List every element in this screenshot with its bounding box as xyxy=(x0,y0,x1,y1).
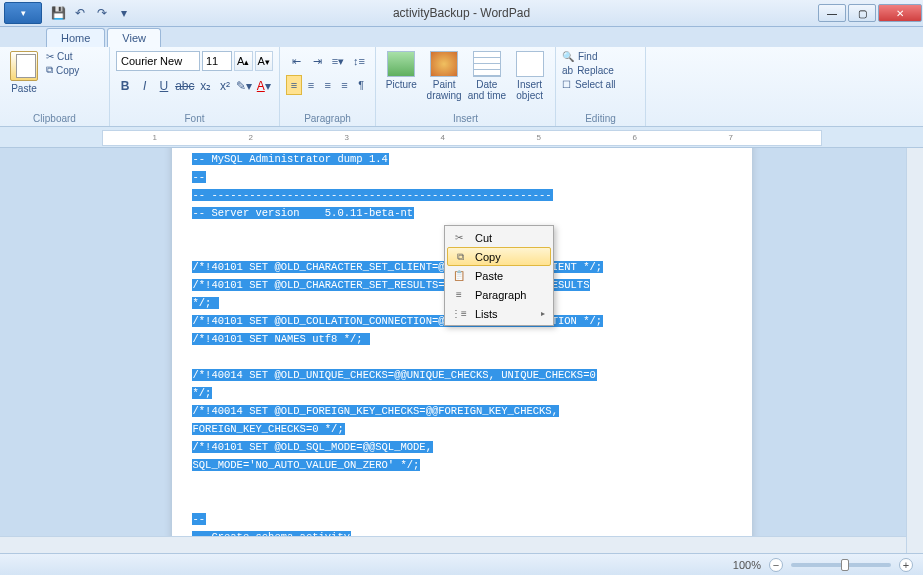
subscript-button[interactable]: x₂ xyxy=(196,75,214,97)
paint-drawing-button[interactable]: Paint drawing xyxy=(425,51,464,101)
font-name-input[interactable] xyxy=(116,51,200,71)
code-line[interactable]: FOREIGN_KEY_CHECKS=0 */; xyxy=(192,418,732,436)
underline-button[interactable]: U xyxy=(155,75,173,97)
code-line[interactable]: -- Server version 5.0.11-beta-nt xyxy=(192,202,732,220)
align-left-button[interactable]: ≡ xyxy=(286,75,302,95)
code-line[interactable]: -- xyxy=(192,508,732,526)
insert-picture-button[interactable]: Picture xyxy=(382,51,421,90)
ctx-paste[interactable]: 📋Paste xyxy=(447,266,551,285)
undo-icon[interactable]: ↶ xyxy=(72,5,88,21)
copy-icon: ⧉ xyxy=(46,64,53,76)
highlight-button[interactable]: ✎▾ xyxy=(235,75,253,97)
paste-button[interactable]: Paste xyxy=(6,51,42,94)
title-bar: ▾ 💾 ↶ ↷ ▾ activityBackup - WordPad — ▢ ✕ xyxy=(0,0,923,27)
window-title: activityBackup - WordPad xyxy=(393,6,530,20)
chevron-right-icon: ▸ xyxy=(541,309,545,318)
maximize-button[interactable]: ▢ xyxy=(848,4,876,22)
code-line[interactable]: */; xyxy=(192,382,732,400)
status-bar: 100% − + xyxy=(0,553,923,575)
code-line[interactable]: /*!40101 SET @OLD_SQL_MODE=@@SQL_MODE, xyxy=(192,436,732,454)
code-line[interactable]: /*!40014 SET @OLD_UNIQUE_CHECKS=@@UNIQUE… xyxy=(192,364,732,382)
quick-access-toolbar: 💾 ↶ ↷ ▾ xyxy=(50,5,132,21)
minimize-button[interactable]: — xyxy=(818,4,846,22)
object-icon xyxy=(516,51,544,77)
code-line[interactable]: -- xyxy=(192,166,732,184)
replace-button[interactable]: abReplace xyxy=(562,65,639,76)
replace-icon: ab xyxy=(562,65,573,76)
ruler[interactable]: 1234567 xyxy=(102,130,822,146)
ribbon-tabs: Home View xyxy=(0,27,923,47)
group-label-editing: Editing xyxy=(562,111,639,124)
bold-button[interactable]: B xyxy=(116,75,134,97)
code-line[interactable]: SQL_MODE='NO_AUTO_VALUE_ON_ZERO' */; xyxy=(192,454,732,472)
code-line[interactable]: /*!40101 SET NAMES utf8 */; xyxy=(192,328,732,346)
group-label-insert: Insert xyxy=(382,111,549,124)
code-line[interactable]: -- -------------------------------------… xyxy=(192,184,732,202)
paste-icon xyxy=(10,51,38,81)
redo-icon[interactable]: ↷ xyxy=(94,5,110,21)
paste-icon: 📋 xyxy=(452,269,466,283)
page[interactable]: -- MySQL Administrator dump 1.4---- ----… xyxy=(172,148,752,553)
font-size-input[interactable] xyxy=(202,51,232,71)
cut-button[interactable]: ✂Cut xyxy=(46,51,79,62)
ctx-lists[interactable]: ⋮≡Lists▸ xyxy=(447,304,551,323)
ctx-copy[interactable]: ⧉Copy xyxy=(447,247,551,266)
scissors-icon: ✂ xyxy=(46,51,54,62)
vertical-scrollbar[interactable] xyxy=(906,148,923,553)
insert-object-button[interactable]: Insert object xyxy=(510,51,549,101)
context-menu: ✂Cut ⧉Copy 📋Paste ≡Paragraph ⋮≡Lists▸ xyxy=(444,225,554,326)
copy-button[interactable]: ⧉Copy xyxy=(46,64,79,76)
font-color-button[interactable]: A▾ xyxy=(255,75,273,97)
zoom-out-button[interactable]: − xyxy=(769,558,783,572)
bullet-list-button[interactable]: ≡▾ xyxy=(328,51,348,71)
scissors-icon: ✂ xyxy=(452,231,466,245)
grow-font-button[interactable]: A▴ xyxy=(234,51,253,71)
align-center-button[interactable]: ≡ xyxy=(303,75,319,95)
select-all-button[interactable]: ☐Select all xyxy=(562,79,639,90)
shrink-font-button[interactable]: A▾ xyxy=(255,51,274,71)
code-line[interactable] xyxy=(192,472,732,490)
code-line[interactable] xyxy=(192,490,732,508)
app-menu-button[interactable]: ▾ xyxy=(4,2,42,24)
paste-label: Paste xyxy=(11,83,37,94)
tab-view[interactable]: View xyxy=(107,28,161,47)
italic-button[interactable]: I xyxy=(135,75,153,97)
zoom-slider[interactable] xyxy=(791,563,891,567)
group-label-paragraph: Paragraph xyxy=(286,111,369,124)
code-line[interactable]: /*!40014 SET @OLD_FOREIGN_KEY_CHECKS=@@F… xyxy=(192,400,732,418)
ruler-area: 1234567 xyxy=(0,127,923,148)
document-area: -- MySQL Administrator dump 1.4---- ----… xyxy=(0,148,923,553)
strikethrough-button[interactable]: abc xyxy=(174,75,195,97)
list-icon: ⋮≡ xyxy=(452,307,466,321)
picture-icon xyxy=(387,51,415,77)
ribbon: Paste ✂Cut ⧉Copy Clipboard A▴ A▾ B I U a… xyxy=(0,47,923,127)
paint-icon xyxy=(430,51,458,77)
calendar-icon xyxy=(473,51,501,77)
justify-button[interactable]: ≡ xyxy=(337,75,353,95)
paragraph-dialog-button[interactable]: ¶ xyxy=(353,75,369,95)
code-line[interactable]: -- MySQL Administrator dump 1.4 xyxy=(192,148,732,166)
horizontal-scrollbar[interactable] xyxy=(0,536,906,553)
line-spacing-button[interactable]: ↕≡ xyxy=(349,51,369,71)
copy-icon: ⧉ xyxy=(453,250,467,264)
ctx-cut[interactable]: ✂Cut xyxy=(447,228,551,247)
group-label-font: Font xyxy=(116,111,273,124)
tab-home[interactable]: Home xyxy=(46,28,105,47)
find-icon: 🔍 xyxy=(562,51,574,62)
select-all-icon: ☐ xyxy=(562,79,571,90)
align-right-button[interactable]: ≡ xyxy=(320,75,336,95)
save-icon[interactable]: 💾 xyxy=(50,5,66,21)
code-line[interactable] xyxy=(192,346,732,364)
close-button[interactable]: ✕ xyxy=(878,4,922,22)
qat-dropdown-icon[interactable]: ▾ xyxy=(116,5,132,21)
paragraph-icon: ≡ xyxy=(452,288,466,302)
zoom-thumb[interactable] xyxy=(841,559,849,571)
find-button[interactable]: 🔍Find xyxy=(562,51,639,62)
group-label-clipboard: Clipboard xyxy=(6,111,103,124)
ctx-paragraph[interactable]: ≡Paragraph xyxy=(447,285,551,304)
inc-indent-button[interactable]: ⇥ xyxy=(307,51,327,71)
superscript-button[interactable]: x² xyxy=(216,75,234,97)
dec-indent-button[interactable]: ⇤ xyxy=(286,51,306,71)
date-time-button[interactable]: Date and time xyxy=(468,51,507,101)
zoom-in-button[interactable]: + xyxy=(899,558,913,572)
